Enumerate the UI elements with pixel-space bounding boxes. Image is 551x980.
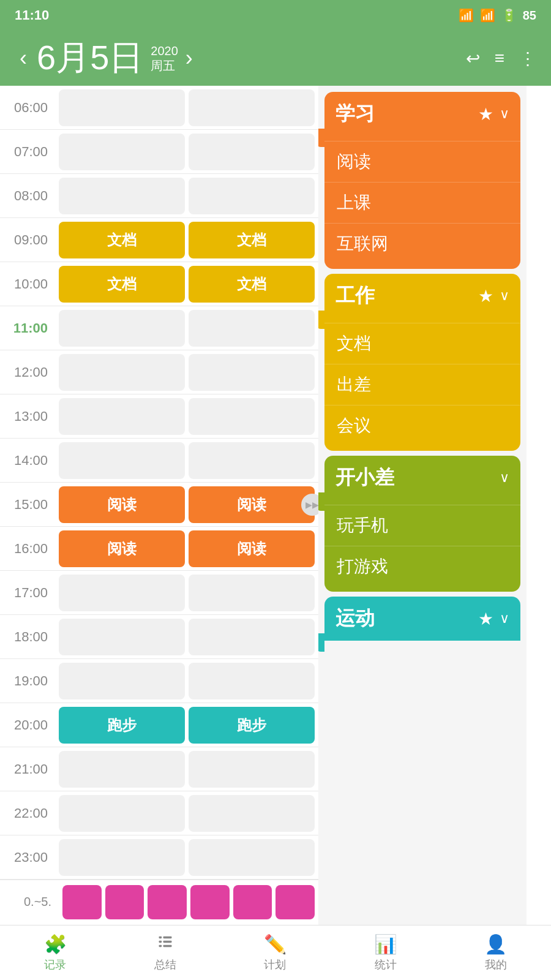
pink-cell[interactable] <box>105 885 144 919</box>
time-cell[interactable] <box>59 398 185 435</box>
time-row: 15:00阅读阅读▶▶ <box>0 483 318 527</box>
category-notch <box>318 311 324 329</box>
chevron-down-icon[interactable]: ∨ <box>500 288 509 304</box>
time-cells <box>55 86 318 129</box>
chevron-down-icon[interactable]: ∨ <box>500 106 509 122</box>
star-icon[interactable]: ★ <box>478 609 493 629</box>
time-cell[interactable]: 文档 <box>59 266 185 303</box>
time-cell[interactable]: 跑步 <box>189 707 315 744</box>
time-row: 17:00 <box>0 571 318 615</box>
category-header[interactable]: 开小差∨ <box>324 456 520 500</box>
category-header[interactable]: 学习★∨ <box>324 92 520 136</box>
category-item[interactable]: 打游戏 <box>324 546 520 587</box>
time-cell[interactable] <box>59 89 185 126</box>
category-card-cat-learning: 学习★∨阅读上课互联网 <box>324 92 520 269</box>
pink-cell[interactable] <box>276 885 315 919</box>
time-cell[interactable] <box>59 354 185 391</box>
time-cell[interactable] <box>59 134 185 170</box>
time-cell[interactable] <box>59 619 185 655</box>
time-cell[interactable] <box>59 839 185 876</box>
main-content: 06:0007:0008:0009:00文档文档10:00文档文档11:0012… <box>0 86 551 925</box>
bottom-nav: 🧩 记录 总结 ✏️ 计划 📊 统计 👤 我的 <box>0 925 551 980</box>
pink-cell[interactable] <box>62 885 102 919</box>
time-cell[interactable] <box>189 795 315 832</box>
timeline-wrapper: 06:0007:0008:0009:00文档文档10:00文档文档11:0012… <box>0 86 318 925</box>
time-cell[interactable] <box>189 354 315 391</box>
time-cell[interactable] <box>189 89 315 126</box>
record-label: 记录 <box>44 957 66 972</box>
time-cell[interactable]: 阅读 <box>189 530 315 567</box>
pink-cell[interactable] <box>233 885 272 919</box>
plan-icon: ✏️ <box>264 933 287 955</box>
category-item[interactable]: 文档 <box>324 323 520 364</box>
category-item[interactable]: 阅读 <box>324 141 520 182</box>
category-header[interactable]: 工作★∨ <box>324 274 520 318</box>
category-card-cat-slack: 开小差∨玩手机打游戏 <box>324 456 520 592</box>
svg-rect-2 <box>159 941 162 943</box>
time-cell[interactable] <box>189 751 315 788</box>
time-cells <box>55 571 318 614</box>
pink-cell[interactable] <box>190 885 230 919</box>
time-cell[interactable]: 文档 <box>59 222 185 258</box>
time-row: 21:00 <box>0 747 318 791</box>
star-icon[interactable]: ★ <box>478 104 493 124</box>
category-item[interactable]: 出差 <box>324 364 520 405</box>
svg-rect-5 <box>163 945 171 948</box>
nav-stats[interactable]: 📊 统计 <box>374 933 397 972</box>
category-item[interactable]: 上课 <box>324 182 520 223</box>
prev-day-button[interactable]: ‹ <box>15 45 32 71</box>
time-cell[interactable] <box>59 310 185 347</box>
header-nav: ‹ 6月5日 2020 周五 › <box>15 35 466 81</box>
more-button[interactable]: ⋮ <box>519 48 536 69</box>
expand-button[interactable]: ▶▶ <box>301 494 318 516</box>
time-cell[interactable] <box>59 751 185 788</box>
time-cell[interactable] <box>189 310 315 347</box>
time-cell[interactable] <box>59 575 185 611</box>
pink-cell[interactable] <box>148 885 187 919</box>
time-cells <box>55 835 318 879</box>
category-item[interactable]: 会议 <box>324 405 520 446</box>
category-item[interactable]: 玩手机 <box>324 505 520 546</box>
time-cell[interactable] <box>189 134 315 170</box>
nav-mine[interactable]: 👤 我的 <box>484 933 507 972</box>
time-cell[interactable]: 跑步 <box>59 707 185 744</box>
category-header[interactable]: 运动★∨ <box>324 597 520 641</box>
time-cell[interactable] <box>189 663 315 699</box>
chevron-down-icon[interactable]: ∨ <box>500 470 509 486</box>
time-cells <box>55 350 318 394</box>
nav-record[interactable]: 🧩 记录 <box>44 933 67 972</box>
date-info: 2020 周五 <box>151 43 178 73</box>
time-cell[interactable]: 文档 <box>189 266 315 303</box>
time-cell[interactable]: 阅读 <box>59 486 185 523</box>
star-icon[interactable]: ★ <box>478 286 493 306</box>
category-card-cat-work: 工作★∨文档出差会议 <box>324 274 520 451</box>
time-cell[interactable] <box>189 398 315 435</box>
time-label: 11:00 <box>0 320 55 336</box>
weekday-label: 周五 <box>151 58 178 73</box>
menu-button[interactable]: ≡ <box>495 48 504 68</box>
time-cell[interactable]: 阅读 <box>189 486 315 523</box>
time-cell[interactable] <box>189 619 315 655</box>
time-cell[interactable] <box>59 663 185 699</box>
time-cell[interactable] <box>59 442 185 479</box>
time-cell[interactable] <box>189 178 315 214</box>
summary-icon <box>157 933 174 955</box>
next-day-button[interactable]: › <box>181 45 198 71</box>
chevron-down-icon[interactable]: ∨ <box>500 611 509 627</box>
undo-button[interactable]: ↩ <box>466 48 480 69</box>
battery-level: 85 <box>523 9 536 23</box>
nav-plan[interactable]: ✏️ 计划 <box>264 933 287 972</box>
time-cell[interactable] <box>59 178 185 214</box>
time-cell[interactable]: 阅读 <box>59 530 185 567</box>
category-title: 运动 <box>335 605 375 632</box>
time-cell[interactable] <box>189 575 315 611</box>
nav-summary[interactable]: 总结 <box>154 933 176 972</box>
time-cell[interactable] <box>189 442 315 479</box>
category-item[interactable]: 互联网 <box>324 223 520 264</box>
time-cell[interactable] <box>59 795 185 832</box>
timeline: 06:0007:0008:0009:00文档文档10:00文档文档11:0012… <box>0 86 318 880</box>
timeline-scroll[interactable]: 06:0007:0008:0009:00文档文档10:00文档文档11:0012… <box>0 86 318 925</box>
wifi-icon: 📶 <box>459 8 474 23</box>
time-cell[interactable]: 文档 <box>189 222 315 258</box>
time-cell[interactable] <box>189 839 315 876</box>
